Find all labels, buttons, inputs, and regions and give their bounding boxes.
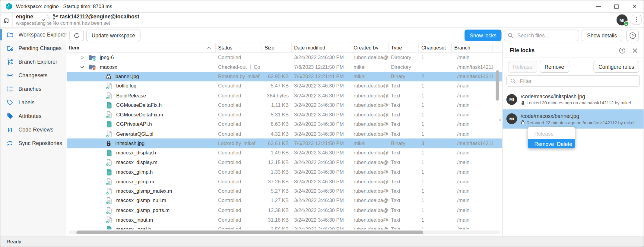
column-header-size[interactable]: Size [262,43,292,52]
changeset-cell: 1 [419,196,452,206]
context-menu-item-remove[interactable]: Remove Delete [528,139,575,148]
remove-button[interactable]: Remove [540,61,569,73]
table-row-macosx-glsmp-null-m[interactable]: macosx_glsmp_null.mControlled1.27 KB3/24… [67,196,503,206]
horizontal-scrollbar-thumb[interactable] [76,230,423,234]
horizontal-scrollbar[interactable] [69,230,500,234]
branch-cell: /main [452,148,493,158]
table-row-initsplash-jpg[interactable]: initsplash.jpgLocked by 'mikel'63.61 KB7… [67,139,503,148]
lock-detail: Locked 20 minutes ago on /main/task14211… [527,100,631,105]
branch-explorer-icon [6,58,14,66]
table-row-macosx-input-m[interactable]: macosx_input.mControlled31.18 KB3/24/202… [67,215,503,225]
file-locks-title: File locks [510,47,535,53]
column-header-label: Type [391,45,402,51]
table-row-macosx-glimp-m[interactable]: macosx_glimp.mControlled37.26 KB3/24/202… [67,177,503,186]
sidebar-item-sync-repositories[interactable]: Sync Repositories [0,138,65,149]
table-row-cgmousedeltafix-m[interactable]: CGMouseDeltaFix.mControlled5.31 KB3/24/2… [67,110,503,120]
table-row-macosx-display-m[interactable]: macosx_display.mControlled12.15 KB3/24/2… [67,158,503,167]
column-header-branch[interactable]: Branch [452,43,493,52]
item-name: GenerateQGL.pl [116,131,153,137]
chevron-down-icon[interactable] [79,64,85,70]
column-header-created-by[interactable]: Created by [351,43,389,52]
maximize-button[interactable] [608,0,626,12]
filler-cell [493,205,503,215]
doc-check-icon [106,130,113,138]
table-row-macosx-local-h[interactable]: macosx_local.hControlled2.56 KB3/24/2022… [67,225,503,230]
created-by-cell: ruben.dealba@u [351,91,389,100]
close-button[interactable]: ✕ [626,0,644,12]
table-row-cgmousedeltafix-h[interactable]: CGMouseDeltaFix.hControlled1.11 KB3/24/2… [67,100,503,110]
date-modified-cell: 3/24/2022 3:46:30 PM [292,196,351,206]
column-header-status[interactable]: Status [216,43,262,52]
vertical-scrollbar[interactable] [496,70,499,101]
overflow-menu-button[interactable] [632,15,642,25]
lock-item-code-macosx-banner-jpg[interactable]: MI/code/macosx/banner.jpgRetained 22 min… [503,109,644,129]
update-workspace-button[interactable]: Update workspace [86,30,141,41]
table-row-macosx-display-h[interactable]: macosx_display.hControlled1.49 KB3/24/20… [67,148,503,158]
minimize-button[interactable] [589,0,608,12]
column-header-changeset[interactable]: Changeset [419,43,452,52]
created-by-cell: ruben.dealba@u [351,52,389,62]
show-locks-button[interactable]: Show locks [465,30,502,41]
type-cell: Text [389,167,419,177]
size-cell: 31.18 KB [262,215,292,225]
item-name: CGMouseDeltaFix.m [116,112,163,118]
table-row-banner-jpg[interactable]: banner.jpgRetained by 'mikel'62.90 KB7/6… [67,72,503,81]
sidebar-item-code-reviews[interactable]: {/}Code Reviews [0,124,65,135]
sidebar-item-attributes[interactable]: Attributes [0,111,65,122]
release-button[interactable]: Release [508,61,537,73]
type-cell: Text [389,186,419,196]
type-cell: Text [389,196,419,206]
help-icon: ? [629,32,636,39]
sidebar-item-pending-changes[interactable]: Pending Changes [0,43,65,54]
created-by-cell: mikel [351,62,389,72]
filler-cell [493,225,503,230]
column-header-type[interactable]: Type [389,43,419,52]
table-row-cgprivateapi-h[interactable]: CGPrivateAPI.hControlled8.63 KB3/24/2022… [67,119,503,129]
table-row-macosx-glimp-h[interactable]: macosx_glimp.hControlled1.33 KB3/24/2022… [67,167,503,177]
table-row-macosx[interactable]: macosxChecked-outCo7/6/2023 12:21:50 PMm… [67,62,503,72]
column-header-label: Status [218,45,232,51]
branch-cell: /main [452,177,493,186]
size-cell: 4.32 KB [262,129,292,139]
item-cell: GenerateQGL.pl [67,129,216,139]
changeset-cell: 1 [419,129,452,139]
column-header-item[interactable]: Item [67,43,216,52]
file-locks-header: File locks ? [503,43,644,58]
changeset-cell [419,62,452,72]
refresh-button[interactable] [69,30,84,41]
table-row-macosx-glsmp-mutex-m[interactable]: macosx_glsmp_mutex.mControlled5.27 KB3/2… [67,186,503,196]
search-files-input[interactable] [516,32,576,39]
column-header-label: Size [265,45,274,51]
sidebar-item-label: Branch Explorer [18,59,57,65]
column-header-date-modified[interactable]: Date modified [292,43,351,52]
sidebar-item-branches[interactable]: Branches [0,84,65,95]
table-row-macosx-glsmp-ports-m[interactable]: macosx_glsmp_ports.mControlled12.38 KB3/… [67,205,503,215]
table-row-generateqgl-pl[interactable]: GenerateQGL.plControlled4.32 KB3/24/2022… [67,129,503,139]
table-row-buildrelease[interactable]: BuildReleaseControlled364 bytes3/24/2022… [67,91,503,100]
table-row-jpeg-6[interactable]: jpeg-6Controlled3/24/2022 3:46:30 PMrube… [67,52,503,62]
chevron-down-icon[interactable] [41,18,46,22]
sidebar-item-branch-explorer[interactable]: Branch Explorer [0,56,65,68]
panel-help-icon[interactable]: ? [619,47,626,54]
show-details-button[interactable]: Show details [582,30,622,41]
user-avatar[interactable]: MI [617,14,628,26]
type-cell: Directory [389,62,419,72]
panel-close-icon[interactable] [632,47,638,53]
sidebar-item-workspace-explorer[interactable]: Workspace Explorer [0,29,65,40]
home-button[interactable] [0,13,13,27]
configure-rules-button[interactable]: Configure rules [594,61,639,73]
filter-input[interactable] [519,78,636,84]
branch-cell: /main [452,110,493,120]
lock-avatar: MI [506,94,517,105]
help-button[interactable]: ? [626,30,639,41]
status-cell: Controlled [216,100,262,110]
chevron-right-icon[interactable] [79,55,85,60]
sidebar-item-changesets[interactable]: Changesets [0,70,65,81]
sidebar-item-labels[interactable]: Labels [0,97,65,108]
context-menu-item-release[interactable]: Release [528,128,575,139]
lock-item-code-macosx-initsplash-jpg[interactable]: MI/code/macosx/initsplash.jpgLocked 20 m… [503,90,644,109]
status-cell: Controlled [216,167,262,177]
table-row-botlib-log[interactable]: botlib.logControlled5.47 KB3/24/2022 3:4… [67,81,503,91]
status-cell: Controlled [216,81,262,91]
panel-resize-handle[interactable] [500,119,501,121]
